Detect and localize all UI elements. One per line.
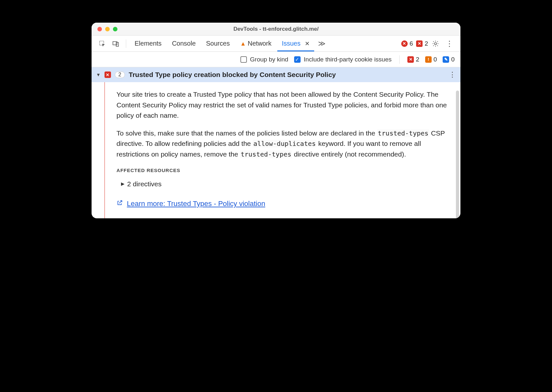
issue-description-p1: Your site tries to create a Trusted Type… xyxy=(116,89,447,121)
filter-improvements-value: 0 xyxy=(451,56,455,63)
vertical-scrollbar[interactable] xyxy=(456,91,459,218)
kebab-menu-button[interactable]: ⋮ xyxy=(443,37,456,51)
issues-filter-bar: Group by kind ✓ Include third-party cook… xyxy=(92,52,460,67)
top-issue-counts: ✕ 6 ✕ 2 xyxy=(401,40,428,47)
error-icon: ✕ xyxy=(401,40,408,47)
filter-breaking-changes[interactable]: ! 0 xyxy=(425,56,437,63)
minimize-window-button[interactable] xyxy=(105,27,110,31)
collapse-arrow-icon[interactable]: ▼ xyxy=(96,72,101,77)
external-link-icon xyxy=(116,199,123,209)
issue-content: Your site tries to create a Trusted Type… xyxy=(105,82,460,218)
device-toolbar-button[interactable] xyxy=(110,38,122,50)
tab-network-label: Network xyxy=(248,40,271,47)
window-title: DevTools - tt-enforced.glitch.me/ xyxy=(92,26,460,32)
svg-rect-1 xyxy=(113,41,117,45)
window-controls xyxy=(92,27,117,31)
filter-improvements[interactable]: ✎ 0 xyxy=(443,56,455,63)
checkbox-checked-icon: ✓ xyxy=(294,56,301,63)
breaking-change-icon: ! xyxy=(425,56,432,63)
issue-description-p2: To solve this, make sure that the names … xyxy=(116,128,447,160)
issue-count-badge: 2 xyxy=(115,71,125,78)
console-errors-count[interactable]: ✕ 6 xyxy=(401,40,413,47)
close-window-button[interactable] xyxy=(97,27,102,31)
directives-count: 2 directives xyxy=(127,179,161,190)
code-trusted-types-2: trusted-types xyxy=(240,150,292,158)
separator xyxy=(126,39,126,48)
page-error-icon: ✕ xyxy=(416,40,423,47)
page-errors-count[interactable]: ✕ 2 xyxy=(416,40,428,47)
affected-directives-row[interactable]: ▶ 2 directives xyxy=(121,179,447,190)
group-by-kind-checkbox[interactable]: Group by kind xyxy=(240,56,288,63)
third-party-label: Include third-party cookie issues xyxy=(304,56,392,63)
page-error-count-value: 2 xyxy=(425,40,428,47)
tab-issues-label: Issues xyxy=(282,40,301,47)
learn-more-row: Learn more: Trusted Types - Policy viola… xyxy=(116,198,447,209)
filter-page-errors-value: 2 xyxy=(416,56,419,63)
devtools-window: DevTools - tt-enforced.glitch.me/ Elemen… xyxy=(92,23,460,218)
third-party-cookie-checkbox[interactable]: ✓ Include third-party cookie issues xyxy=(294,56,392,63)
svg-rect-2 xyxy=(116,42,118,46)
tab-elements[interactable]: Elements xyxy=(130,36,166,51)
improvement-icon: ✎ xyxy=(443,56,449,63)
close-tab-icon[interactable]: ✕ xyxy=(305,40,310,47)
issue-header[interactable]: ▼ ✕ 2 Trusted Type policy creation block… xyxy=(92,67,460,82)
code-trusted-types: trusted-types xyxy=(377,129,429,137)
code-allow-duplicates: allow-duplicates xyxy=(253,140,316,147)
issue-title: Trusted Type policy creation blocked by … xyxy=(129,71,336,79)
error-count-value: 6 xyxy=(410,40,413,47)
tab-network[interactable]: ▲ Network xyxy=(236,36,276,51)
tab-issues[interactable]: Issues ✕ xyxy=(277,36,314,51)
issue-body: Your site tries to create a Trusted Type… xyxy=(92,82,460,218)
more-tabs-button[interactable]: ≫ xyxy=(315,37,328,50)
issue-severity-icon: ✕ xyxy=(105,71,111,78)
inspect-element-button[interactable] xyxy=(96,38,108,50)
titlebar: DevTools - tt-enforced.glitch.me/ xyxy=(92,23,460,36)
group-by-kind-label: Group by kind xyxy=(250,56,288,63)
checkbox-unchecked-icon xyxy=(240,56,247,63)
tab-console[interactable]: Console xyxy=(167,36,200,51)
tab-sources[interactable]: Sources xyxy=(202,36,234,51)
issue-menu-button[interactable]: ⋮ xyxy=(449,71,456,79)
svg-point-3 xyxy=(435,42,436,44)
settings-button[interactable] xyxy=(429,38,442,50)
learn-more-link[interactable]: Learn more: Trusted Types - Policy viola… xyxy=(127,198,265,209)
page-error-icon: ✕ xyxy=(407,56,414,63)
expand-arrow-icon: ▶ xyxy=(121,180,125,188)
filter-page-errors[interactable]: ✕ 2 xyxy=(407,56,419,63)
fullscreen-window-button[interactable] xyxy=(113,27,117,31)
filter-breaking-value: 0 xyxy=(434,56,437,63)
separator xyxy=(399,55,400,64)
warning-icon: ▲ xyxy=(240,40,246,47)
main-tabbar: Elements Console Sources ▲ Network Issue… xyxy=(92,36,460,52)
affected-resources-label: AFFECTED RESOURCES xyxy=(116,167,447,174)
